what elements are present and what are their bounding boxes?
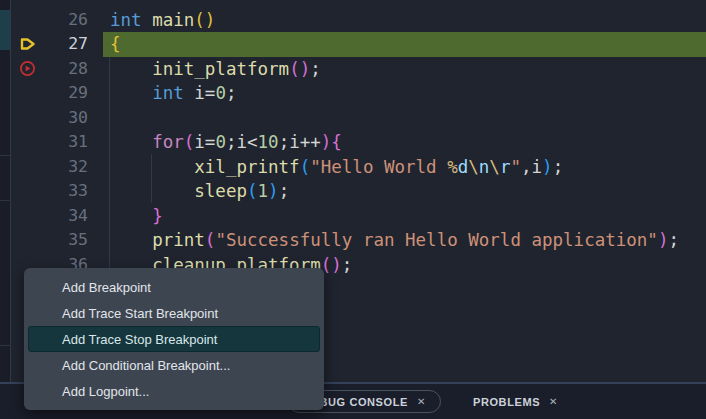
token: } bbox=[152, 206, 163, 226]
line-number: 29 bbox=[44, 81, 88, 106]
code-text: { bbox=[103, 32, 706, 57]
token: ; bbox=[310, 59, 321, 79]
token bbox=[110, 132, 152, 152]
rail-divider bbox=[0, 200, 11, 201]
token: ) bbox=[542, 157, 553, 177]
token: ;i< bbox=[226, 132, 258, 152]
code-text: int main() bbox=[103, 8, 706, 33]
token: int bbox=[110, 10, 142, 30]
token: ; bbox=[226, 83, 237, 103]
code-line-30[interactable]: 30 bbox=[11, 106, 706, 131]
token: sleep bbox=[194, 181, 247, 201]
token: \ bbox=[489, 157, 500, 177]
token: init_platform bbox=[152, 59, 289, 79]
breakpoint-margin[interactable] bbox=[11, 106, 44, 131]
code-line-35[interactable]: 35 print("Successfully ran Hello World a… bbox=[11, 228, 706, 253]
token: % bbox=[447, 157, 458, 177]
rail-divider bbox=[0, 155, 11, 156]
breakpoint-margin[interactable] bbox=[11, 0, 44, 8]
breakpoint-margin[interactable] bbox=[11, 130, 44, 155]
code-text: print("Successfully ran Hello World appl… bbox=[103, 228, 706, 253]
line-number: 33 bbox=[44, 179, 88, 204]
tab-label: PROBLEMS bbox=[473, 396, 540, 408]
line-number: 28 bbox=[44, 57, 88, 82]
code-text: for(i=0;i<10;i++){ bbox=[103, 130, 706, 155]
token: ){ bbox=[321, 132, 342, 152]
menu-item-add-trace-stop-breakpoint[interactable]: Add Trace Stop Breakpoint bbox=[28, 326, 320, 352]
token: () bbox=[289, 59, 310, 79]
code-text: sleep(1); bbox=[103, 179, 706, 204]
token: { bbox=[110, 34, 121, 54]
token: main bbox=[152, 10, 194, 30]
line-number: 34 bbox=[44, 204, 88, 229]
left-rail bbox=[0, 0, 11, 382]
token bbox=[110, 157, 194, 177]
menu-item-add-breakpoint[interactable]: Add Breakpoint bbox=[28, 274, 320, 300]
debug-arrow-gutter[interactable] bbox=[11, 32, 44, 57]
line-number: 25 bbox=[44, 0, 88, 8]
token: 0 bbox=[215, 132, 226, 152]
token: i= bbox=[184, 83, 216, 103]
code-text bbox=[103, 0, 706, 8]
tab-problems[interactable]: PROBLEMS ✕ bbox=[459, 390, 572, 413]
line-number: 26 bbox=[44, 8, 88, 33]
line-number: 30 bbox=[44, 106, 88, 131]
code-line-33[interactable]: 33 sleep(1); bbox=[11, 179, 706, 204]
breakpoint-margin[interactable] bbox=[11, 179, 44, 204]
breakpoint-margin[interactable] bbox=[11, 228, 44, 253]
menu-item-add-trace-start-breakpoint[interactable]: Add Trace Start Breakpoint bbox=[28, 300, 320, 326]
token: 0 bbox=[215, 83, 226, 103]
breakpoint-margin[interactable] bbox=[11, 204, 44, 229]
code-line-27[interactable]: 27{ bbox=[11, 32, 706, 57]
code-line-29[interactable]: 29 int i=0; bbox=[11, 81, 706, 106]
code-line-34[interactable]: 34 } bbox=[11, 204, 706, 229]
token bbox=[142, 10, 153, 30]
token: () bbox=[321, 255, 342, 275]
scroll-position-indicator[interactable] bbox=[0, 10, 10, 50]
line-number: 27 bbox=[44, 32, 88, 57]
menu-item-add-conditional-breakpoint[interactable]: Add Conditional Breakpoint... bbox=[28, 352, 320, 378]
breakpoint-gutter[interactable] bbox=[11, 57, 44, 82]
token bbox=[110, 206, 152, 226]
token: "Successfully ran Hello World applicatio… bbox=[215, 230, 658, 250]
line-number: 32 bbox=[44, 155, 88, 180]
code-text: } bbox=[103, 204, 706, 229]
token: ; bbox=[668, 230, 679, 250]
ide-debug-view: 2526int main()27{28 init_platform();29 i… bbox=[0, 0, 706, 419]
code-line-32[interactable]: 32 xil_printf("Hello World %d\n\r",i); bbox=[11, 155, 706, 180]
code-line-28[interactable]: 28 init_platform(); bbox=[11, 57, 706, 82]
token: d bbox=[458, 157, 469, 177]
debug-current-line-arrow-icon bbox=[19, 36, 37, 52]
token: r bbox=[500, 157, 511, 177]
token: ; bbox=[553, 157, 564, 177]
close-icon[interactable]: ✕ bbox=[417, 396, 426, 407]
token: 1 bbox=[258, 181, 269, 201]
code-text bbox=[103, 106, 706, 131]
token: ; bbox=[342, 255, 353, 275]
token: ( bbox=[205, 230, 216, 250]
code-text: init_platform(); bbox=[103, 57, 706, 82]
token: i= bbox=[194, 132, 215, 152]
token: "Hello World bbox=[310, 157, 447, 177]
token: ,i bbox=[521, 157, 542, 177]
token: ( bbox=[184, 132, 195, 152]
token: for bbox=[152, 132, 184, 152]
code-line-31[interactable]: 31 for(i=0;i<10;i++){ bbox=[11, 130, 706, 155]
code-line-25[interactable]: 25 bbox=[11, 0, 706, 8]
line-number: 31 bbox=[44, 130, 88, 155]
token: \ bbox=[468, 157, 479, 177]
token bbox=[110, 83, 152, 103]
breakpoint-context-menu: Add BreakpointAdd Trace Start Breakpoint… bbox=[24, 268, 324, 410]
breakpoint-margin[interactable] bbox=[11, 155, 44, 180]
breakpoint-margin[interactable] bbox=[11, 81, 44, 106]
close-icon[interactable]: ✕ bbox=[549, 396, 558, 407]
code-line-26[interactable]: 26int main() bbox=[11, 8, 706, 33]
token bbox=[110, 181, 194, 201]
token: 10 bbox=[258, 132, 279, 152]
breakpoint-margin[interactable] bbox=[11, 8, 44, 33]
menu-item-add-logpoint[interactable]: Add Logpoint... bbox=[28, 378, 320, 404]
token: n bbox=[479, 157, 490, 177]
token: ( bbox=[247, 181, 258, 201]
token: ;i++ bbox=[279, 132, 321, 152]
token bbox=[110, 59, 152, 79]
